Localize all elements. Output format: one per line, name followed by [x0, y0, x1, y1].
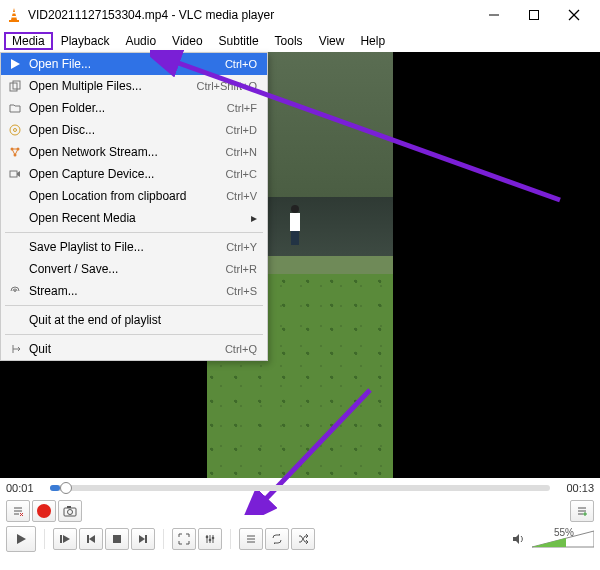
menubar: Media Playback Audio Video Subtitle Tool… — [0, 30, 600, 52]
record-button[interactable] — [32, 500, 56, 522]
svg-marker-8 — [11, 59, 20, 69]
stop-button[interactable] — [105, 528, 129, 550]
window-title: VID20211127153304.mp4 - VLC media player — [28, 8, 474, 22]
folder-icon — [5, 102, 25, 114]
controls-row-1 — [0, 498, 600, 524]
network-icon — [5, 146, 25, 158]
next-button[interactable] — [131, 528, 155, 550]
volume-slider[interactable]: 55% — [532, 529, 594, 549]
controls-row-2: 55% — [0, 524, 600, 554]
shuffle-button[interactable] — [291, 528, 315, 550]
dd-open-disc[interactable]: Open Disc... Ctrl+D — [1, 119, 267, 141]
playlist-button[interactable] — [239, 528, 263, 550]
disc-icon — [5, 124, 25, 136]
svg-marker-37 — [89, 535, 95, 543]
dd-separator — [5, 305, 263, 306]
submenu-arrow-icon: ▸ — [251, 211, 257, 225]
vlc-cone-icon — [6, 7, 22, 23]
svg-rect-2 — [12, 12, 16, 14]
dd-quit-end[interactable]: Quit at the end of playlist — [1, 309, 267, 331]
svg-point-46 — [209, 539, 212, 542]
svg-marker-51 — [513, 534, 519, 544]
play-file-icon — [5, 58, 25, 70]
menu-playback[interactable]: Playback — [53, 32, 118, 50]
menu-tools[interactable]: Tools — [267, 32, 311, 50]
svg-point-27 — [68, 510, 73, 515]
dd-separator — [5, 232, 263, 233]
play-button[interactable] — [6, 526, 36, 552]
window-buttons — [474, 1, 594, 29]
menu-audio[interactable]: Audio — [117, 32, 164, 50]
dd-separator — [5, 334, 263, 335]
minimize-button[interactable] — [474, 1, 514, 29]
dd-quit[interactable]: Quit Ctrl+Q — [1, 338, 267, 360]
svg-rect-3 — [12, 16, 17, 18]
svg-rect-5 — [530, 11, 539, 20]
dd-open-file[interactable]: Open File... Ctrl+O — [1, 53, 267, 75]
svg-rect-35 — [60, 535, 62, 543]
svg-rect-38 — [87, 535, 89, 543]
fullscreen-button[interactable] — [172, 528, 196, 550]
svg-point-18 — [14, 290, 16, 292]
time-total: 00:13 — [558, 482, 594, 494]
loop-button[interactable] — [265, 528, 289, 550]
playlist-add-button[interactable] — [570, 500, 594, 522]
frame-step-button[interactable] — [53, 528, 77, 550]
seek-track[interactable] — [50, 485, 550, 491]
record-icon — [37, 504, 51, 518]
volume-control[interactable]: 55% — [512, 529, 594, 549]
dd-open-capture[interactable]: Open Capture Device... Ctrl+C — [1, 163, 267, 185]
svg-point-45 — [206, 536, 209, 539]
extended-settings-button[interactable] — [198, 528, 222, 550]
svg-point-12 — [14, 129, 17, 132]
time-current: 00:01 — [6, 482, 42, 494]
svg-marker-36 — [63, 535, 70, 543]
dd-open-network[interactable]: Open Network Stream... Ctrl+N — [1, 141, 267, 163]
stream-icon — [5, 285, 25, 297]
menu-help[interactable]: Help — [352, 32, 393, 50]
svg-rect-1 — [9, 20, 19, 22]
multi-file-icon — [5, 80, 25, 92]
svg-rect-28 — [67, 506, 71, 508]
svg-rect-16 — [10, 171, 17, 177]
titlebar: VID20211127153304.mp4 - VLC media player — [0, 0, 600, 30]
svg-point-47 — [212, 537, 215, 540]
dd-open-clipboard[interactable]: Open Location from clipboard Ctrl+V — [1, 185, 267, 207]
playlist-remove-button[interactable] — [6, 500, 30, 522]
dd-stream[interactable]: Stream... Ctrl+S — [1, 280, 267, 302]
previous-button[interactable] — [79, 528, 103, 550]
quit-icon — [5, 343, 25, 355]
dd-open-recent[interactable]: Open Recent Media ▸ — [1, 207, 267, 229]
svg-rect-39 — [113, 535, 121, 543]
seekbar-row: 00:01 00:13 — [0, 478, 600, 498]
snapshot-button[interactable] — [58, 500, 82, 522]
svg-marker-40 — [139, 535, 145, 543]
menu-media[interactable]: Media — [4, 32, 53, 50]
svg-rect-41 — [145, 535, 147, 543]
dd-open-folder[interactable]: Open Folder... Ctrl+F — [1, 97, 267, 119]
svg-marker-34 — [17, 534, 26, 544]
volume-percent: 55% — [554, 527, 574, 538]
seek-thumb[interactable] — [60, 482, 72, 494]
maximize-button[interactable] — [514, 1, 554, 29]
dd-save-playlist[interactable]: Save Playlist to File... Ctrl+Y — [1, 236, 267, 258]
media-dropdown: Open File... Ctrl+O Open Multiple Files.… — [0, 52, 268, 361]
camera-icon — [63, 505, 77, 517]
speaker-icon — [512, 532, 526, 546]
seek-fill — [50, 485, 60, 491]
svg-marker-0 — [11, 8, 17, 20]
menu-subtitle[interactable]: Subtitle — [211, 32, 267, 50]
menu-view[interactable]: View — [311, 32, 353, 50]
close-button[interactable] — [554, 1, 594, 29]
menu-video[interactable]: Video — [164, 32, 210, 50]
svg-point-11 — [10, 125, 20, 135]
dd-convert-save[interactable]: Convert / Save... Ctrl+R — [1, 258, 267, 280]
capture-icon — [5, 168, 25, 180]
dd-open-multiple[interactable]: Open Multiple Files... Ctrl+Shift+O — [1, 75, 267, 97]
